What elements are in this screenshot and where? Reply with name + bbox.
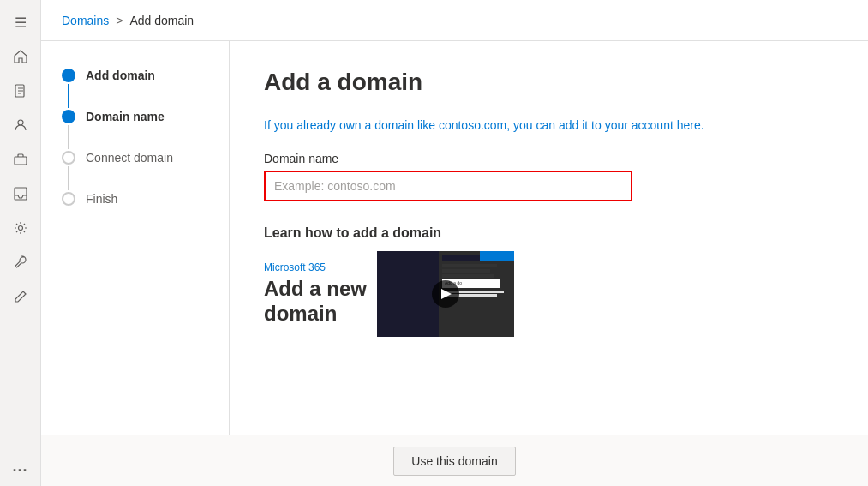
step-line-1: [68, 84, 69, 108]
breadcrumb-bar: Domains > Add domain: [41, 0, 868, 41]
svg-point-4: [18, 226, 22, 231]
step-line-3: [68, 166, 69, 190]
step-circle-domain-name: [62, 110, 75, 123]
step-label-connect-domain: Connect domain: [86, 151, 173, 165]
form-panel: Add a domain If you already own a domain…: [230, 41, 868, 435]
video-info: Microsoft 365 Add a new domain: [264, 261, 367, 327]
svg-rect-2: [15, 157, 27, 165]
video-title: Add a new domain: [264, 277, 367, 327]
bottom-bar: Use this domain: [41, 435, 868, 486]
learn-section: Learn how to add a domain Microsoft 365 …: [264, 225, 834, 337]
info-text: If you already own a domain like contoso…: [264, 117, 834, 135]
step-label-finish: Finish: [86, 192, 117, 206]
step-circle-finish: [62, 192, 75, 206]
video-container: Microsoft 365 Add a new domain: [264, 251, 834, 337]
video-thumbnail[interactable]: Add a do: [377, 251, 514, 337]
breadcrumb-parent[interactable]: Domains: [62, 14, 109, 27]
step-circle-connect-domain: [62, 151, 75, 165]
svg-point-1: [18, 120, 23, 125]
domain-name-input[interactable]: [264, 171, 632, 201]
step-label-domain-name: Domain name: [86, 110, 165, 123]
step-add-domain: Add domain: [62, 69, 208, 110]
breadcrumb-separator: >: [116, 14, 123, 27]
inbox-icon[interactable]: [5, 178, 36, 209]
sidebar: ☰ ···: [0, 0, 41, 486]
wrench-icon[interactable]: [5, 247, 36, 278]
form-title: Add a domain: [264, 69, 834, 96]
page-icon[interactable]: [5, 75, 36, 106]
step-circle-add-domain: [62, 69, 75, 82]
breadcrumb-current: Add domain: [129, 14, 194, 27]
step-label-add-domain: Add domain: [86, 69, 155, 82]
person-icon[interactable]: [5, 110, 36, 141]
use-domain-button[interactable]: Use this domain: [393, 447, 515, 476]
main-area: Domains > Add domain Add domain Domain n: [41, 0, 868, 486]
settings-icon[interactable]: [5, 213, 36, 243]
domain-name-field-label: Domain name: [264, 152, 834, 165]
info-text-content: If you already own a domain like contoso…: [264, 118, 704, 132]
video-play-button[interactable]: [432, 280, 459, 308]
content-row: Add domain Domain name Connect domain: [41, 41, 868, 435]
step-domain-name: Domain name: [62, 110, 208, 151]
home-icon[interactable]: [5, 41, 36, 72]
step-connect-domain: Connect domain: [62, 151, 208, 192]
video-brand: Microsoft 365: [264, 261, 367, 273]
hamburger-menu-icon[interactable]: ☰: [5, 7, 36, 38]
more-icon[interactable]: ···: [5, 455, 36, 486]
step-finish: Finish: [62, 192, 208, 206]
pencil-icon[interactable]: [5, 281, 36, 312]
learn-section-title: Learn how to add a domain: [264, 225, 834, 241]
steps-panel: Add domain Domain name Connect domain: [41, 41, 230, 435]
step-line-2: [68, 125, 69, 149]
briefcase-icon[interactable]: [5, 144, 36, 175]
